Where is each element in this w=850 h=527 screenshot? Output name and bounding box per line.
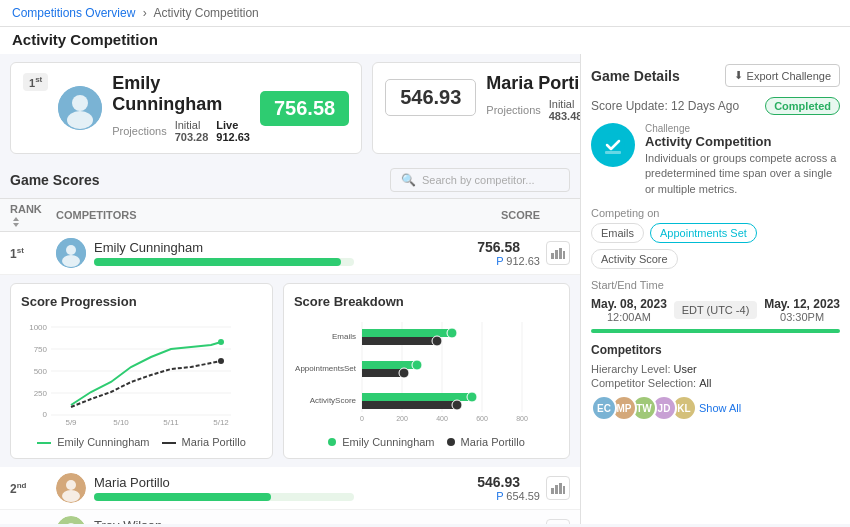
show-all-link[interactable]: Show All bbox=[699, 402, 741, 414]
svg-rect-59 bbox=[559, 483, 562, 494]
completed-badge: Completed bbox=[765, 97, 840, 115]
start-date: May. 08, 2023 bbox=[591, 297, 667, 311]
competing-tags: Emails Appointments Set Activity Score bbox=[591, 223, 840, 269]
row-avatar-3 bbox=[56, 516, 86, 524]
search-placeholder: Search by competitor... bbox=[422, 174, 535, 186]
chart-icon-1[interactable] bbox=[546, 241, 570, 265]
table-row-maria: 2nd Maria Portillo 546.93 P 654.59 bbox=[0, 467, 580, 510]
svg-rect-12 bbox=[563, 251, 565, 259]
svg-point-61 bbox=[56, 516, 86, 524]
mini-avatar-1: EC bbox=[591, 395, 617, 421]
svg-rect-46 bbox=[362, 361, 417, 369]
table-row-troy: 3rd Troy Wilson 539.31 bbox=[0, 510, 580, 524]
col-rank-header[interactable]: RANK bbox=[10, 203, 50, 227]
export-icon: ⬇ bbox=[734, 69, 743, 82]
svg-rect-51 bbox=[362, 401, 457, 409]
competing-on: Competing on Emails Appointments Set Act… bbox=[591, 207, 840, 269]
svg-text:5/9: 5/9 bbox=[65, 418, 77, 427]
search-icon: 🔍 bbox=[401, 173, 416, 187]
player-proj-emily: Projections Initial 703.28 Live 912.63 bbox=[112, 119, 250, 143]
col-competitors-header: COMPETITORS bbox=[56, 209, 464, 221]
tag-emails[interactable]: Emails bbox=[591, 223, 644, 243]
row-avatar-2 bbox=[56, 473, 86, 503]
svg-point-52 bbox=[467, 392, 477, 402]
end-date-block: May. 12, 2023 03:30PM bbox=[764, 297, 840, 323]
score-breakdown-chart: Score Breakdown Emails AppointmentsSet A… bbox=[283, 283, 570, 459]
svg-point-55 bbox=[66, 480, 76, 490]
col-score-header: SCORE bbox=[470, 209, 570, 221]
svg-point-27 bbox=[218, 339, 224, 345]
breadcrumb-sep: › bbox=[143, 6, 147, 20]
row-competitor-3: Troy Wilson bbox=[56, 516, 444, 524]
hierarchy-row: Hierarchy Level: User bbox=[591, 363, 840, 375]
row-competitor-1: Emily Cunningham bbox=[56, 238, 444, 268]
svg-text:750: 750 bbox=[34, 345, 48, 354]
svg-rect-57 bbox=[551, 488, 554, 494]
chart-icon-2[interactable] bbox=[546, 476, 570, 500]
row-score-block-1: 756.58 P 912.63 bbox=[450, 239, 540, 267]
svg-point-2 bbox=[67, 111, 93, 129]
end-date: May. 12, 2023 bbox=[764, 297, 840, 311]
export-button[interactable]: ⬇ Export Challenge bbox=[725, 64, 840, 87]
progress-bar-1 bbox=[94, 258, 354, 266]
challenge-name: Activity Competition bbox=[645, 134, 840, 149]
progression-title: Score Progression bbox=[21, 294, 262, 309]
breadcrumb-parent[interactable]: Competitions Overview bbox=[12, 6, 135, 20]
svg-rect-69 bbox=[605, 151, 621, 154]
svg-text:5/11: 5/11 bbox=[163, 418, 179, 427]
tag-appointments[interactable]: Appointments Set bbox=[650, 223, 757, 243]
timezone-badge: EDT (UTC -4) bbox=[674, 301, 758, 319]
progress-green-bar bbox=[591, 329, 840, 333]
player-name-maria: Maria Portillo bbox=[486, 73, 580, 94]
row-rank-1: 1st bbox=[10, 246, 50, 261]
start-end-row: May. 08, 2023 12:00AM EDT (UTC -4) May. … bbox=[591, 297, 840, 323]
svg-text:5/12: 5/12 bbox=[213, 418, 229, 427]
svg-text:250: 250 bbox=[34, 389, 48, 398]
svg-text:AppointmentsSet: AppointmentsSet bbox=[295, 364, 357, 373]
svg-text:5/10: 5/10 bbox=[113, 418, 129, 427]
svg-text:1000: 1000 bbox=[29, 323, 47, 332]
svg-text:200: 200 bbox=[396, 415, 408, 422]
search-box[interactable]: 🔍 Search by competitor... bbox=[390, 168, 570, 192]
competitors-section: Competitors Hierarchy Level: User Compet… bbox=[591, 343, 840, 421]
challenge-icon bbox=[591, 123, 635, 167]
svg-point-48 bbox=[412, 360, 422, 370]
score-progression-chart: Score Progression 1000 750 500 250 0 5/9 bbox=[10, 283, 273, 459]
score-badge-maria: 546.93 bbox=[385, 79, 476, 116]
game-scores-header: Game Scores 🔍 Search by competitor... bbox=[0, 162, 580, 198]
start-end-label: Start/End Time bbox=[591, 279, 840, 291]
competitors-label: Competitors bbox=[591, 343, 840, 357]
player-info-maria: Maria Portillo Projections Initial 483.4… bbox=[486, 73, 580, 122]
svg-point-1 bbox=[72, 95, 88, 111]
breakdown-svg: Emails AppointmentsSet ActivityScore 0 2… bbox=[294, 317, 534, 427]
player-info-emily: Emily Cunningham Projections Initial 703… bbox=[112, 73, 250, 143]
row-live-1: P 912.63 bbox=[450, 255, 540, 267]
chart-icon-3[interactable] bbox=[546, 519, 570, 524]
svg-rect-60 bbox=[563, 486, 565, 494]
svg-rect-47 bbox=[362, 369, 404, 377]
game-details-header: Game Details ⬇ Export Challenge bbox=[591, 64, 840, 87]
progression-svg: 1000 750 500 250 0 5/9 5/10 5/11 5/12 bbox=[21, 317, 241, 427]
svg-point-56 bbox=[62, 490, 80, 502]
svg-text:ActivityScore: ActivityScore bbox=[310, 396, 357, 405]
row-avatar-1 bbox=[56, 238, 86, 268]
row-score-block-3: 539.31 bbox=[450, 523, 540, 524]
row-rank-2: 2nd bbox=[10, 481, 50, 496]
breakdown-legend: Emily Cunningham Maria Portillo bbox=[294, 436, 559, 448]
end-time: 03:30PM bbox=[764, 311, 840, 323]
breakdown-title: Score Breakdown bbox=[294, 294, 559, 309]
competing-on-label: Competing on bbox=[591, 207, 840, 219]
player-card-emily: 1st Emily Cunningham Projections Initial… bbox=[10, 62, 362, 154]
avatar-row: EC MP TW JD KL Show All bbox=[591, 395, 840, 421]
svg-rect-9 bbox=[551, 253, 554, 259]
svg-text:600: 600 bbox=[476, 415, 488, 422]
svg-text:800: 800 bbox=[516, 415, 528, 422]
svg-point-44 bbox=[447, 328, 457, 338]
right-panel: Game Details ⬇ Export Challenge Score Up… bbox=[580, 54, 850, 524]
row-live-2: P 654.59 bbox=[450, 490, 540, 502]
start-date-block: May. 08, 2023 12:00AM bbox=[591, 297, 667, 323]
table-header: RANK COMPETITORS SCORE bbox=[0, 198, 580, 232]
game-scores-title: Game Scores bbox=[10, 172, 100, 188]
charts-area: Score Progression 1000 750 500 250 0 5/9 bbox=[0, 275, 580, 467]
tag-activity[interactable]: Activity Score bbox=[591, 249, 678, 269]
